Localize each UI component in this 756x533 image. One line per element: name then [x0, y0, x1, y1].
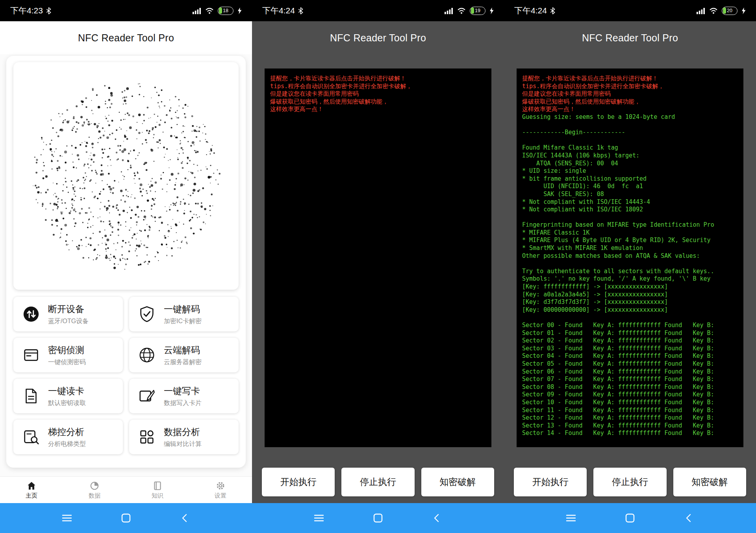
action-subtitle: 分析电梯类型 — [48, 440, 86, 448]
terminal-line: * Not compliant with ISO/IEC 14443-4 — [522, 198, 738, 206]
terminal-line: * SmartMX with MIFARE 1K emulation — [522, 244, 738, 252]
tab-knowledge[interactable]: 知识 — [126, 477, 189, 503]
page-title: NFC Reader Tool Pro — [504, 21, 756, 54]
book-icon — [152, 481, 163, 491]
terminal-line: [Key: 000000000000] -> [xxxxxxxxxxxxxxxx… — [522, 306, 738, 314]
status-right: 20 — [697, 7, 746, 15]
stop-execute-button[interactable]: 停止执行 — [593, 468, 666, 496]
terminal-line: Sector 09 - Found Key A: ffffffffffff Fo… — [522, 391, 738, 399]
cloud-decode-button[interactable]: 云端解码云服务器解密 — [129, 338, 239, 372]
signal-icon — [445, 7, 453, 14]
start-execute-button[interactable]: 开始执行 — [262, 468, 335, 496]
terminal-line: Sector 07 - Found Key A: ffffffffffff Fo… — [522, 376, 738, 383]
crack-content: 提醒您，卡片靠近读卡器后点击开始执行进行破解！tips.程序会自动识别全加密卡并… — [504, 54, 756, 503]
terminal-line: ISO/IEC 14443A (106 kbps) target: — [522, 152, 738, 160]
key-detect-button[interactable]: 密钥侦测一键侦测密码 — [13, 338, 123, 372]
stop-execute-button[interactable]: 停止执行 — [341, 468, 414, 496]
disconnect-icon — [22, 305, 40, 323]
status-bar: 下午4:23 18 — [0, 0, 252, 21]
one-key-decode-button[interactable]: 一键解码加密IC卡解密 — [129, 297, 239, 331]
action-subtitle: 编辑对比计算 — [164, 440, 202, 448]
tab-settings[interactable]: 设置 — [189, 477, 252, 503]
elevator-analysis-button[interactable]: 梯控分析分析电梯类型 — [13, 420, 123, 454]
start-execute-button[interactable]: 开始执行 — [514, 468, 587, 496]
terminal-line: Sector 04 - Found Key A: ffffffffffff Fo… — [522, 352, 738, 360]
back-chevron-icon — [180, 513, 191, 524]
action-title: 一键写卡 — [164, 385, 202, 397]
screen-crack-running: 下午4:24 20 NFC Reader Tool Pro 提醒您，卡片靠近读卡… — [504, 0, 756, 533]
nfc-sphere-graphic — [20, 70, 232, 282]
terminal-line: Sector 11 - Found Key A: ffffffffffff Fo… — [522, 407, 738, 415]
action-title: 一键读卡 — [48, 385, 86, 397]
terminal-line: * MIFARE Plus (4 Byte UID or 4 Byte RID)… — [522, 237, 738, 244]
disconnect-device-button[interactable]: 断开设备蓝牙/OTG设备 — [13, 297, 123, 331]
nav-home-button[interactable] — [117, 509, 135, 527]
action-subtitle: 数据写入卡片 — [164, 399, 202, 407]
terminal-line: tips.程序会自动识别全加密卡并进行全加密卡破解， — [270, 83, 486, 91]
nav-back-button[interactable] — [680, 509, 698, 527]
charging-bolt-icon — [237, 7, 242, 14]
crack-content: 提醒您，卡片靠近读卡器后点击开始执行进行破解！tips.程序会自动识别全加密卡并… — [252, 54, 504, 503]
terminal-line: 提醒您，卡片靠近读卡器后点击开始执行进行破解！ — [270, 75, 486, 83]
status-bar: 下午4:24 20 — [504, 0, 756, 21]
battery-percent: 20 — [722, 7, 737, 15]
home-square-icon — [372, 513, 384, 524]
terminal-line: UID (NFCID1): 46 0d fc a1 — [522, 183, 738, 191]
back-chevron-icon — [432, 513, 443, 524]
terminal-line: Sector 01 - Found Key A: ffffffffffff Fo… — [522, 329, 738, 337]
nav-home-button[interactable] — [369, 509, 387, 527]
known-key-crack-button[interactable]: 知密破解 — [673, 468, 746, 496]
battery-percent: 18 — [218, 7, 233, 15]
data-analysis-button[interactable]: 数据分析编辑对比计算 — [129, 420, 239, 454]
terminal-output[interactable]: 提醒您，卡片靠近读卡器后点击开始执行进行破解！tips.程序会自动识别全加密卡并… — [517, 68, 743, 447]
home-square-icon — [120, 513, 132, 524]
tab-home[interactable]: 主页 — [0, 477, 63, 503]
terminal-line: Sector 06 - Found Key A: ffffffffffff Fo… — [522, 368, 738, 376]
terminal-line — [522, 214, 738, 222]
crack-button-row: 开始执行 停止执行 知密破解 — [262, 468, 494, 496]
known-key-crack-button[interactable]: 知密破解 — [421, 468, 494, 496]
action-title: 密钥侦测 — [48, 344, 86, 356]
android-nav-bar — [252, 503, 504, 533]
clock: 下午4:23 — [10, 5, 43, 16]
nav-home-button[interactable] — [621, 509, 639, 527]
terminal-line: Sector 12 - Found Key A: ffffffffffff Fo… — [522, 414, 738, 422]
terminal-line: * Not compliant with ISO/IEC 18092 — [522, 206, 738, 214]
terminal-warning-block: 提醒您，卡片靠近读卡器后点击开始执行进行破解！tips.程序会自动识别全加密卡并… — [522, 75, 738, 113]
terminal-line: [Key: ffffffffffff] -> [xxxxxxxxxxxxxxxx… — [522, 283, 738, 291]
clock: 下午4:24 — [262, 5, 295, 16]
terminal-line: [Key: d3f7d3f7d3f7] -> [xxxxxxxxxxxxxxxx… — [522, 298, 738, 306]
one-key-write-button[interactable]: 一键写卡数据写入卡片 — [129, 379, 239, 413]
charging-bolt-icon — [489, 7, 494, 14]
action-subtitle: 默认密钥读取 — [48, 399, 86, 407]
battery-indicator: 19 — [470, 7, 485, 15]
menu-icon — [565, 513, 576, 524]
terminal-line: 这样效率更高一点！ — [522, 105, 738, 113]
battery-percent: 19 — [470, 7, 485, 15]
status-bar: 下午4:24 19 — [252, 0, 504, 21]
bluetooth-icon — [550, 7, 555, 15]
terminal-line: 提醒您，卡片靠近读卡器后点击开始执行进行破解！ — [522, 75, 738, 83]
terminal-line: 爆破获取已知密码，然后使用知密破解功能， — [270, 98, 486, 106]
terminal-line: Sector 02 - Found Key A: ffffffffffff Fo… — [522, 337, 738, 345]
terminal-line: Sector 08 - Found Key A: ffffffffffff Fo… — [522, 383, 738, 391]
terminal-line: * UID size: single — [522, 167, 738, 175]
wifi-icon — [205, 7, 214, 14]
terminal-line — [522, 260, 738, 268]
pie-chart-icon — [89, 481, 100, 491]
one-key-read-button[interactable]: 一键读卡默认密钥读取 — [13, 379, 123, 413]
terminal-line: Found Mifare Classic 1k tag — [522, 144, 738, 152]
terminal-output[interactable]: 提醒您，卡片靠近读卡器后点击开始执行进行破解！tips.程序会自动识别全加密卡并… — [265, 68, 491, 447]
terminal-warning-block: 提醒您，卡片靠近读卡器后点击开始执行进行破解！tips.程序会自动识别全加密卡并… — [270, 75, 486, 113]
nav-menu-button[interactable] — [562, 509, 580, 527]
nav-back-button[interactable] — [176, 509, 194, 527]
tab-data[interactable]: 数据 — [63, 477, 126, 503]
android-nav-bar — [0, 503, 252, 533]
terminal-line: Sector 03 - Found Key A: ffffffffffff Fo… — [522, 345, 738, 353]
terminal-line: Sector 14 - Found Key A: ffffffffffff Fo… — [522, 429, 738, 437]
nav-menu-button[interactable] — [58, 509, 76, 527]
signal-icon — [193, 7, 201, 14]
globe-icon — [138, 346, 156, 364]
nav-menu-button[interactable] — [310, 509, 328, 527]
nav-back-button[interactable] — [428, 509, 446, 527]
